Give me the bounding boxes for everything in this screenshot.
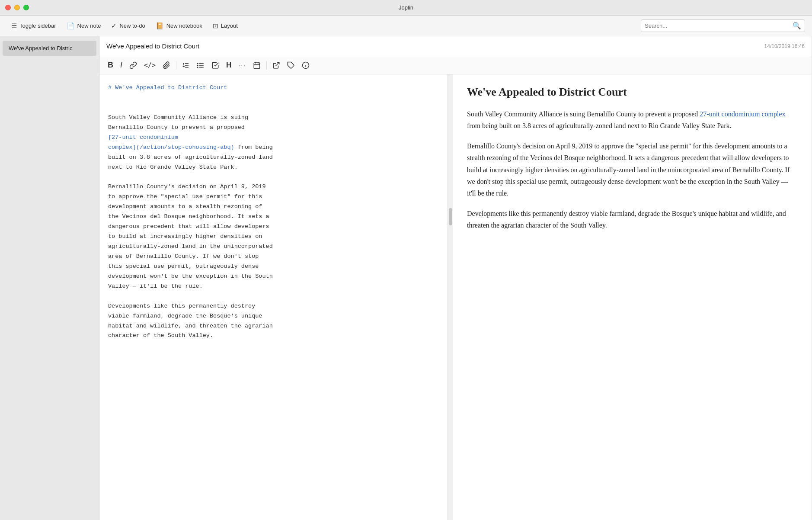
search-container: 🔍 [641,19,805,32]
notebook-icon: 📔 [156,22,164,30]
main-toolbar: ☰ Toggle sidebar 📄 New note ✓ New to-do … [0,16,812,36]
checkbox-button[interactable] [208,60,222,71]
tags-button[interactable] [284,60,298,71]
fullscreen-button[interactable] [23,5,29,10]
note-title-input[interactable] [99,36,758,56]
sidebar: We've Appealed to Distric [0,36,99,520]
external-edit-button[interactable] [269,60,283,71]
preview-p1-before: South Valley Community Alliance is suing… [467,110,700,118]
editor-pane[interactable]: # We've Appealed to District Court South… [99,74,448,520]
new-note-label: New note [77,22,101,29]
preview-heading: We've Appealed to District Court [467,85,798,100]
preview-paragraph-3: Developments like this permanently destr… [467,208,798,231]
new-notebook-label: New notebook [166,22,202,29]
app-body: We've Appealed to Distric 14/10/2019 16:… [0,36,812,520]
note-title-bar: 14/10/2019 16:46 [99,36,812,56]
editor-area: 14/10/2019 16:46 B I </> H ··· [99,36,812,520]
layout-icon: ⊡ [213,22,218,30]
link-button[interactable] [126,60,140,71]
search-input[interactable] [645,22,793,29]
search-button[interactable]: 🔍 [793,22,801,30]
todo-icon: ✓ [111,22,117,30]
svg-line-15 [276,62,279,66]
italic-button[interactable]: I [117,59,125,71]
new-todo-button[interactable]: ✓ New to-do [107,19,149,32]
fmt-divider-1 [176,61,176,70]
app-title: Joplin [399,4,413,11]
title-bar: Joplin [0,0,812,16]
close-button[interactable] [5,5,11,10]
editor-link-1[interactable]: [27-unit condominium complex](/action/st… [108,134,234,151]
insert-time-button[interactable] [250,60,264,71]
unordered-list-button[interactable] [194,60,208,71]
minimize-button[interactable] [14,5,20,10]
editor-scrollbar-thumb[interactable] [449,208,452,225]
svg-point-7 [198,65,198,66]
preview-link[interactable]: 27-unit condominium complex [700,110,785,118]
editor-scrollbar[interactable] [448,74,453,520]
toggle-sidebar-button[interactable]: ☰ Toggle sidebar [7,19,61,32]
ordered-list-button[interactable] [179,60,193,71]
new-notebook-button[interactable]: 📔 New notebook [151,19,207,32]
note-timestamp: 14/10/2019 16:46 [758,43,812,49]
heading-button[interactable]: H [223,59,234,71]
info-button[interactable] [299,60,313,71]
note-item-title: We've Appealed to Distric [9,45,72,51]
svg-point-8 [198,67,198,67]
more-button[interactable]: ··· [235,60,249,71]
new-note-icon: 📄 [67,22,75,30]
preview-p1-after: from being built on 3.8 acres of agricul… [467,122,732,129]
new-note-button[interactable]: 📄 New note [62,19,105,32]
svg-point-6 [198,63,198,64]
note-list-item[interactable]: We've Appealed to Distric [3,41,96,56]
format-toolbar: B I </> H ··· [99,56,812,74]
preview-paragraph-1: South Valley Community Alliance is suing… [467,108,798,132]
bold-button[interactable]: B [105,59,116,71]
sidebar-icon: ☰ [11,22,17,30]
new-todo-label: New to-do [119,22,145,29]
attach-button[interactable] [160,60,173,71]
traffic-lights [5,5,29,10]
toggle-sidebar-label: Toggle sidebar [19,22,56,29]
layout-button[interactable]: ⊡ Layout [208,19,242,32]
preview-pane: We've Appealed to District Court South V… [453,74,812,520]
preview-paragraph-2: Bernalillo County's decision on April 9,… [467,140,798,199]
code-button[interactable]: </> [141,60,159,71]
fmt-divider-2 [266,61,267,70]
editor-heading-text: # We've Appealed to District Court [108,84,227,91]
layout-label: Layout [221,22,238,29]
editor-content: # We've Appealed to District Court South… [99,74,812,520]
